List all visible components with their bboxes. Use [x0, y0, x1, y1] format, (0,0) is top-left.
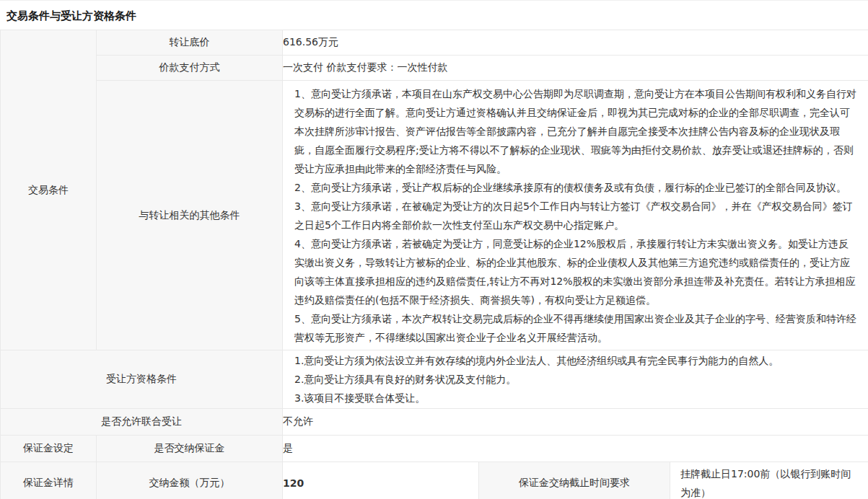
deposit-required-label: 是否交纳保证金	[97, 436, 283, 462]
table-row: 保证金详情 交纳金额（万元） 120 保证金交纳截止时间要求 挂牌截止日17:0…	[1, 462, 868, 499]
listing-conditions-section: 交易条件与受让方资格条件 交易条件 转让底价 616.56万元 价款支付方式 一…	[0, 0, 868, 499]
transfer-price-label: 转让底价	[97, 30, 283, 56]
deposit-setting-group-label: 保证金设定	[1, 436, 97, 462]
deposit-required-value: 是	[283, 436, 868, 462]
table-row: 与转让相关的其他条件 1、意向受让方须承诺，本项目在山东产权交易中心公告期即为尽…	[1, 81, 868, 350]
trade-conditions-group-label: 交易条件	[1, 30, 97, 350]
table-row: 是否允许联合受让 不允许	[1, 409, 868, 436]
qualification-text: 1.意向受让方须为依法设立并有效存续的境内外企业法人、其他经济组织或具有完全民事…	[283, 350, 868, 409]
deposit-deadline-value: 挂牌截止日17:00前（以银行到账时间为准）	[670, 462, 868, 499]
other-conditions-label: 与转让相关的其他条件	[97, 81, 283, 350]
qualification-label: 受让方资格条件	[1, 350, 283, 409]
transfer-price-value: 616.56万元	[283, 30, 868, 56]
deposit-detail-group-label: 保证金详情	[1, 462, 97, 499]
payment-method-label: 价款支付方式	[97, 56, 283, 81]
table-row: 受让方资格条件 1.意向受让方须为依法设立并有效存续的境内外企业法人、其他经济组…	[1, 350, 868, 409]
table-row: 保证金设定 是否交纳保证金 是	[1, 436, 868, 462]
other-conditions-text: 1、意向受让方须承诺，本项目在山东产权交易中心公告期即为尽职调查期，意向受让方在…	[283, 81, 868, 350]
conditions-table: 交易条件 转让底价 616.56万元 价款支付方式 一次支付 价款支付要求：一次…	[0, 30, 868, 499]
joint-transfer-label: 是否允许联合受让	[1, 409, 283, 436]
payment-method-value: 一次支付 价款支付要求：一次性付款	[283, 56, 868, 81]
table-row: 交易条件 转让底价 616.56万元	[1, 30, 868, 56]
deposit-amount-label: 交纳金额（万元）	[97, 462, 283, 499]
deposit-amount-value: 120	[283, 462, 479, 499]
table-row: 价款支付方式 一次支付 价款支付要求：一次性付款	[1, 56, 868, 81]
joint-transfer-value: 不允许	[283, 409, 868, 436]
section-title: 交易条件与受让方资格条件	[0, 1, 868, 30]
deposit-deadline-label: 保证金交纳截止时间要求	[479, 462, 670, 499]
